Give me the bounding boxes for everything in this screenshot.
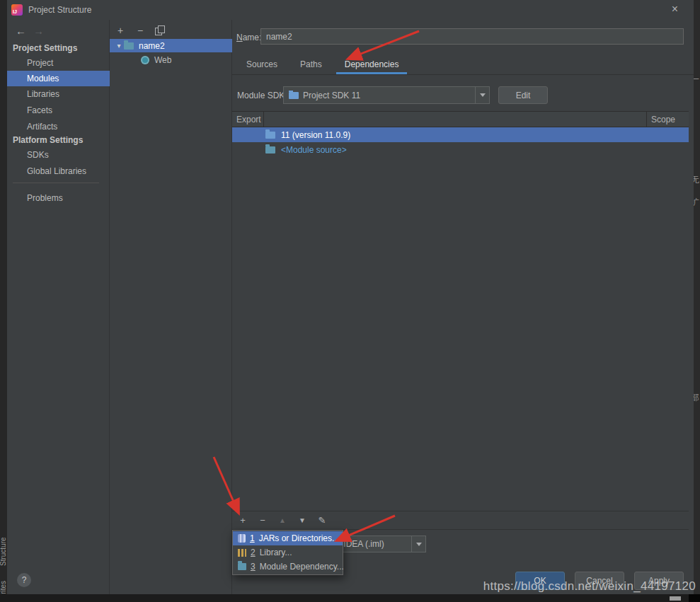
ide-left-toolwindow-bar bbox=[0, 0, 7, 602]
dependencies-toolbar: + − ▲ ▼ ✎ bbox=[238, 512, 327, 528]
sidebar-item-problems[interactable]: Problems bbox=[7, 190, 110, 206]
bottom-right-corner bbox=[689, 594, 700, 602]
module-editor-panel: Name: Sources Paths Dependencies Module … bbox=[232, 20, 694, 594]
watermark-text: https://blog.csdn.net/weixin_44197120 bbox=[483, 579, 696, 594]
jdk-icon bbox=[265, 132, 275, 139]
module-sdk-value: Project SDK 11 bbox=[303, 91, 360, 100]
tree-node-label: name2 bbox=[139, 41, 165, 51]
combo-arrow-icon[interactable] bbox=[475, 87, 489, 103]
add-dependency-icon[interactable]: + bbox=[238, 515, 248, 526]
sidebar-item-project[interactable]: Project bbox=[7, 55, 110, 71]
jar-icon bbox=[238, 534, 246, 543]
move-down-icon[interactable]: ▼ bbox=[297, 516, 307, 524]
add-dependency-popup: 1 JARs or Directories... 2 Library... 3 … bbox=[232, 530, 343, 575]
tab-sources[interactable]: Sources bbox=[238, 55, 286, 74]
sidebar-item-facets[interactable]: Facets bbox=[7, 103, 110, 118]
table-bottom-separator bbox=[232, 511, 689, 511]
bottom-edge-strip bbox=[0, 594, 700, 602]
tree-node-label: Web bbox=[154, 55, 171, 65]
sidebar-item-modules[interactable]: Modules bbox=[7, 71, 110, 86]
help-button[interactable]: ? bbox=[17, 573, 31, 587]
horizontal-scrollbar-thumb[interactable] bbox=[670, 596, 681, 601]
popup-item-label: JARs or Directories... bbox=[259, 533, 339, 543]
remove-dependency-icon[interactable]: − bbox=[258, 515, 268, 526]
sidebar-item-artifacts[interactable]: Artifacts bbox=[7, 119, 110, 134]
dialog-titlebar: IJ Project Structure × bbox=[7, 0, 694, 20]
edit-dependency-icon[interactable]: ✎ bbox=[317, 515, 327, 526]
settings-sidebar: ← → Project Settings Project Modules Lib… bbox=[7, 20, 110, 594]
dependency-label: <Module source> bbox=[281, 145, 347, 155]
module-icon bbox=[124, 42, 134, 50]
dependency-label: 11 (version 11.0.9) bbox=[281, 130, 350, 140]
popup-item-label: Module Dependency... bbox=[260, 562, 344, 572]
tab-dependencies[interactable]: Dependencies bbox=[336, 55, 408, 74]
add-module-icon[interactable]: + bbox=[115, 25, 125, 36]
dependency-row-jdk[interactable]: 11 (version 11.0.9) bbox=[232, 127, 689, 142]
module-tree-panel: + − ▾ name2 Web bbox=[110, 20, 232, 594]
popup-item-label: Library... bbox=[260, 548, 292, 557]
background-right-strip bbox=[694, 0, 700, 602]
sdk-icon bbox=[289, 92, 299, 99]
back-arrow-icon[interactable]: ← bbox=[16, 25, 26, 37]
module-source-icon bbox=[265, 146, 275, 154]
popup-item-module-dependency[interactable]: 3 Module Dependency... bbox=[233, 560, 343, 574]
module-sdk-combobox[interactable]: Project SDK 11 bbox=[283, 86, 490, 104]
toolwindow-button-structure[interactable]: Structure bbox=[0, 537, 7, 566]
tree-toolbar: + − bbox=[115, 23, 164, 37]
dependency-row-module-source[interactable]: <Module source> bbox=[232, 142, 689, 157]
section-header-platform-settings: Platform Settings bbox=[13, 135, 83, 145]
sidebar-divider bbox=[13, 183, 99, 183]
screen: Structure Favorites 一 无 扩 部 IJ Project S… bbox=[0, 0, 700, 602]
module-tabs: Sources Paths Dependencies bbox=[238, 55, 407, 74]
sidebar-item-global-libraries[interactable]: Global Libraries bbox=[7, 163, 110, 179]
intellij-logo-icon: IJ bbox=[11, 4, 23, 16]
dependencies-table-header: Export Scope bbox=[232, 111, 689, 127]
popup-item-library[interactable]: 2 Library... bbox=[233, 545, 343, 560]
module-name-input[interactable] bbox=[260, 28, 684, 45]
tab-paths[interactable]: Paths bbox=[292, 55, 331, 74]
remove-module-icon[interactable]: − bbox=[135, 25, 145, 36]
copy-module-icon[interactable] bbox=[155, 25, 164, 35]
section-header-project-settings: Project Settings bbox=[13, 43, 77, 53]
sidebar-item-sdks[interactable]: SDKs bbox=[7, 147, 110, 163]
close-icon[interactable]: × bbox=[672, 3, 678, 16]
chevron-down-icon[interactable]: ▾ bbox=[114, 42, 124, 50]
web-facet-icon bbox=[141, 56, 149, 64]
popup-item-jars-or-directories[interactable]: 1 JARs or Directories... bbox=[233, 531, 343, 545]
name-label: Name: bbox=[236, 33, 261, 42]
move-up-icon: ▲ bbox=[277, 516, 287, 524]
tabs-separator bbox=[232, 74, 694, 75]
forward-arrow-icon: → bbox=[33, 25, 44, 37]
column-header-dependency[interactable] bbox=[264, 112, 646, 127]
tree-node-module[interactable]: ▾ name2 bbox=[110, 39, 232, 52]
combo-arrow-icon[interactable] bbox=[411, 536, 425, 552]
edit-sdk-button[interactable]: Edit bbox=[498, 86, 548, 104]
dialog-title: Project Structure bbox=[28, 5, 91, 15]
module-icon bbox=[238, 563, 246, 570]
module-sdk-label: Module SDK: bbox=[237, 91, 287, 100]
library-icon bbox=[238, 549, 246, 557]
column-header-export[interactable]: Export bbox=[232, 112, 264, 127]
column-header-scope[interactable]: Scope bbox=[646, 112, 689, 127]
tree-node-web-facet[interactable]: Web bbox=[110, 53, 232, 66]
sidebar-item-libraries[interactable]: Libraries bbox=[7, 86, 110, 102]
